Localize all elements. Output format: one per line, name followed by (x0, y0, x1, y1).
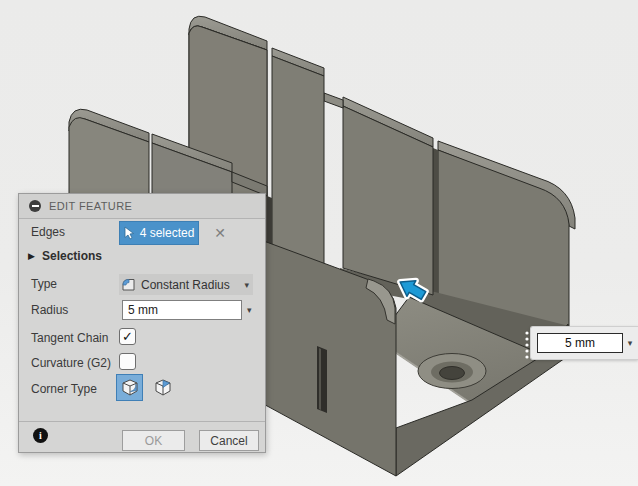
tangent-chain-label: Tangent Chain (31, 331, 108, 345)
cursor-icon (124, 226, 135, 240)
cancel-button[interactable]: Cancel (199, 430, 259, 451)
setback-corner-icon (153, 378, 173, 398)
info-icon[interactable]: i (33, 428, 48, 443)
type-dropdown[interactable]: Constant Radius ▾ (119, 274, 253, 295)
dialog-title: EDIT FEATURE (49, 200, 132, 212)
corner-type-setback-button[interactable] (149, 374, 176, 401)
model-step-bevel (324, 93, 343, 108)
constant-radius-icon (121, 277, 137, 293)
chevron-down-icon: ▾ (244, 280, 249, 290)
radius-input[interactable]: 5 mm (122, 300, 242, 320)
model-slot-highlight (319, 348, 321, 410)
clear-selection-icon[interactable]: ✕ (209, 222, 231, 244)
type-label: Type (31, 277, 57, 291)
ok-button[interactable]: OK (122, 430, 185, 451)
edges-selection-button[interactable]: 4 selected (119, 221, 199, 245)
selections-label: Selections (42, 249, 102, 263)
collapse-icon[interactable] (29, 200, 41, 212)
rolling-ball-corner-icon (120, 378, 140, 398)
dialog-separator (19, 421, 265, 422)
edit-feature-dialog: EDIT FEATURE Edges 4 selected ✕ ▶ Select… (18, 193, 266, 453)
model-hole (440, 367, 465, 380)
curvature-label: Curvature (G2) (31, 356, 111, 370)
model-slot (433, 148, 438, 300)
corner-type-rolling-ball-button[interactable] (116, 374, 143, 401)
tangent-chain-checkbox[interactable]: ✓ (119, 328, 136, 345)
model-slot (317, 346, 327, 413)
edges-label: Edges (31, 225, 65, 239)
fusion360-canvas: { "dialog": { "title": "EDIT FEATURE", "… (0, 0, 638, 486)
curvature-checkbox[interactable] (119, 353, 136, 370)
radius-manipulator-input[interactable]: 5 mm (537, 333, 623, 353)
chevron-down-icon[interactable]: ▾ (623, 338, 637, 348)
edges-selected-count: 4 selected (140, 226, 195, 240)
corner-type-label: Corner Type (31, 382, 97, 396)
type-value: Constant Radius (141, 278, 244, 292)
dialog-header[interactable]: EDIT FEATURE (19, 194, 265, 219)
radius-manipulator-panel: 5 mm ▾ (530, 326, 638, 360)
disclosure-triangle-icon[interactable]: ▶ (28, 251, 35, 261)
chevron-down-icon[interactable]: ▾ (247, 300, 252, 320)
radius-label: Radius (31, 303, 68, 317)
